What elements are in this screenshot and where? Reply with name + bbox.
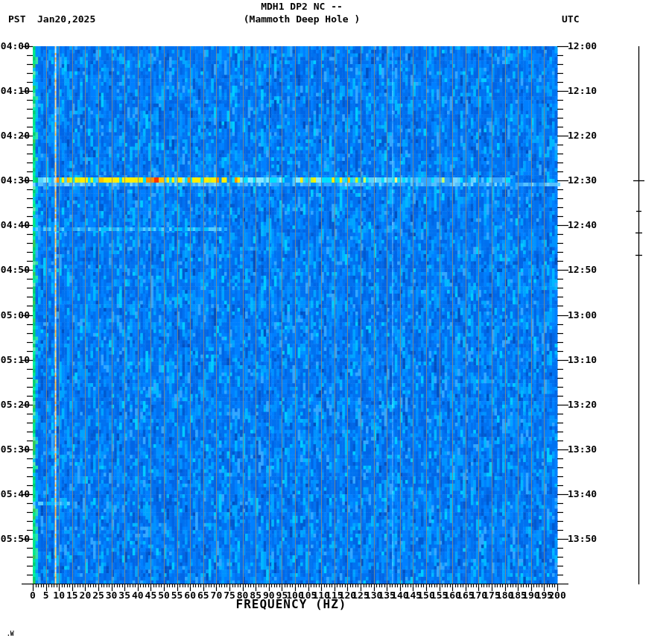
- frequency-tick-label: 20: [80, 590, 92, 601]
- watermark: .W: [7, 631, 14, 637]
- left-time-label: 04:40: [0, 220, 30, 230]
- timezone-left-label: PST: [8, 14, 25, 25]
- frequency-tick-label: 25: [92, 590, 104, 601]
- right-time-label: 13:40: [568, 489, 597, 499]
- right-time-label: 12:20: [568, 130, 597, 141]
- left-time-label: 05:30: [0, 444, 30, 455]
- left-time-label: 04:30: [0, 175, 30, 186]
- left-time-label: 05:40: [0, 489, 30, 499]
- left-time-label: 05:20: [0, 400, 30, 410]
- right-time-label: 12:50: [568, 265, 597, 275]
- frequency-tick-label: 30: [106, 590, 118, 601]
- frequency-tick-label: 75: [224, 590, 235, 601]
- right-time-label: 13:50: [568, 534, 597, 544]
- station-title: MDH1 DP2 NC --: [261, 1, 343, 12]
- right-time-label: 13:20: [568, 400, 597, 410]
- right-time-label: 12:30: [568, 175, 597, 186]
- station-subtitle: (Mammoth Deep Hole ): [244, 14, 361, 25]
- right-time-label: 13:10: [568, 355, 597, 365]
- timezone-right-label: UTC: [562, 14, 579, 25]
- spectrogram-canvas: [0, 0, 672, 644]
- frequency-tick-label: 35: [118, 590, 130, 601]
- frequency-tick-label: 5: [43, 590, 49, 601]
- frequency-tick-label: 15: [66, 590, 78, 601]
- right-time-label: 13:30: [568, 444, 597, 455]
- frequency-tick-label: 65: [197, 590, 209, 601]
- left-time-label: 05:00: [0, 310, 30, 321]
- left-time-label: 04:50: [0, 265, 30, 275]
- frequency-axis-title: FREQUENCY (HZ): [236, 599, 347, 610]
- right-time-label: 12:00: [568, 41, 597, 51]
- left-time-label: 05:10: [0, 355, 30, 365]
- frequency-tick-label: 45: [145, 590, 157, 601]
- frequency-tick-label: 50: [158, 590, 170, 601]
- frequency-tick-label: 10: [53, 590, 65, 601]
- frequency-tick-label: 55: [171, 590, 183, 601]
- left-time-label: 05:50: [0, 534, 30, 544]
- frequency-tick-label: 70: [211, 590, 223, 601]
- frequency-tick-label: 200: [548, 590, 565, 601]
- left-time-label: 04:00: [0, 41, 30, 51]
- right-time-label: 12:40: [568, 220, 597, 230]
- frequency-tick-label: 40: [132, 590, 144, 601]
- right-time-label: 13:00: [568, 310, 597, 321]
- left-time-label: 04:10: [0, 86, 30, 96]
- left-time-label: 04:20: [0, 130, 30, 141]
- frequency-tick-label: 60: [184, 590, 196, 601]
- spectrogram-page: PST Jan20,2025 MDH1 DP2 NC -- (Mammoth D…: [0, 0, 672, 644]
- date-label: Jan20,2025: [37, 14, 95, 25]
- right-time-label: 12:10: [568, 86, 597, 96]
- frequency-tick-label: 0: [30, 590, 36, 601]
